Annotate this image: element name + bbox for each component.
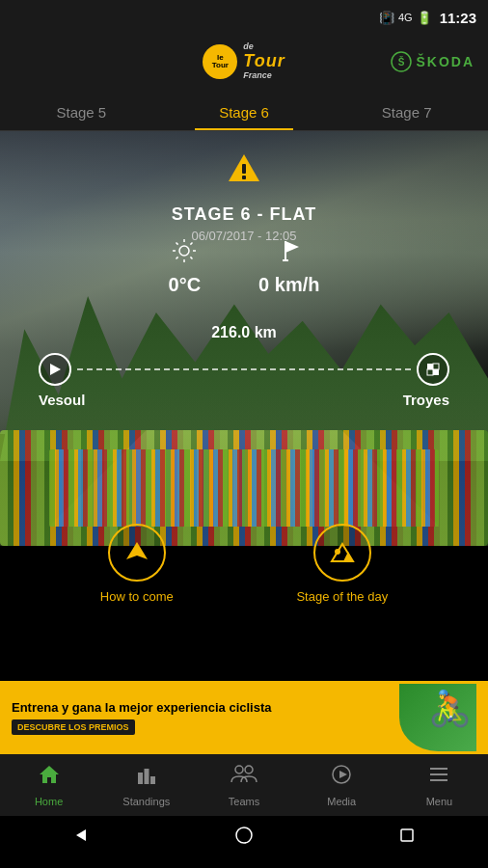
svg-point-25: [335, 549, 340, 555]
skoda-sponsor: Š ŠKODA: [391, 51, 474, 72]
stage-type-icon: [0, 150, 488, 197]
city-labels: Vesoul Troyes: [39, 392, 449, 408]
ad-image: 🚴: [322, 684, 476, 751]
teams-nav-icon: [230, 763, 258, 792]
action-buttons: How to come Stage of the day: [0, 524, 488, 604]
tdf-circle: leTour: [203, 44, 237, 79]
ad-cyclist-icon: 🚴: [428, 689, 472, 729]
stage-title: STAGE 6 - FLAT: [0, 204, 488, 225]
flat-stage-icon: [225, 150, 263, 189]
menu-nav-label: Menu: [426, 796, 453, 807]
recents-icon: [397, 826, 417, 845]
end-city: Troyes: [403, 392, 449, 408]
home-button[interactable]: [230, 822, 258, 849]
nav-home[interactable]: Home: [0, 754, 97, 816]
svg-marker-37: [76, 829, 86, 841]
nav-menu[interactable]: Menu: [391, 754, 488, 816]
status-time: 11:23: [440, 10, 476, 26]
menu-icon: [427, 763, 450, 786]
mountain-icon: [328, 538, 357, 567]
svg-rect-19: [433, 369, 439, 375]
distance-value: 216.0 km: [0, 324, 488, 341]
svg-rect-27: [138, 773, 143, 784]
tdf-text: de Tour France: [243, 42, 285, 81]
wind-flag-icon: [276, 237, 303, 264]
teams-nav-label: Teams: [229, 796, 259, 807]
media-nav-icon: [330, 763, 353, 792]
cyclist-colors-2: [49, 449, 440, 527]
svg-point-30: [235, 766, 243, 773]
svg-marker-24: [343, 552, 353, 561]
how-to-come-label: How to come: [100, 589, 174, 604]
tab-stage6[interactable]: Stage 6: [163, 104, 326, 130]
route-line: [39, 353, 449, 386]
battery-icon: 🔋: [417, 11, 432, 25]
svg-marker-26: [40, 766, 59, 783]
stage-of-day-button[interactable]: Stage of the day: [296, 524, 388, 604]
svg-rect-39: [401, 829, 413, 841]
ad-cta-button[interactable]: DESCUBRE LOS PREMIOS: [12, 719, 135, 735]
play-icon: [46, 361, 64, 378]
nav-standings[interactable]: Standings: [97, 754, 195, 816]
route-dashed-line: [77, 368, 411, 370]
back-icon: [71, 826, 91, 845]
status-bar: 📳 4G 🔋 11:23: [0, 0, 488, 35]
svg-line-13: [176, 257, 178, 258]
stage-tabs: Stage 5 Stage 6 Stage 7: [0, 89, 488, 131]
svg-rect-20: [433, 364, 439, 369]
svg-rect-3: [242, 164, 246, 174]
ad-title: Entrena y gana la mejor experiencia cicl…: [12, 700, 312, 717]
sun-icon: [171, 237, 198, 270]
start-city: Vesoul: [39, 392, 85, 408]
home-nav-icon: [38, 763, 61, 792]
svg-marker-33: [339, 771, 347, 778]
media-icon: [330, 763, 353, 786]
menu-nav-icon: [427, 763, 450, 792]
stage-of-day-circle: [313, 524, 371, 582]
main-content: STAGE 6 - FLAT 06/07/2017 - 12:05 0°C: [0, 131, 488, 681]
standings-nav-icon: [135, 763, 158, 792]
wind-item: 0 km/h: [258, 237, 319, 296]
ad-banner[interactable]: Entrena y gana la mejor experiencia cicl…: [0, 681, 488, 754]
android-home-icon: [234, 826, 254, 845]
tab-stage5[interactable]: Stage 5: [0, 104, 163, 130]
svg-point-31: [245, 766, 253, 773]
route-end-icon: [417, 353, 449, 386]
weather-row: 0°C 0 km/h: [0, 237, 488, 296]
wind-value: 0 km/h: [258, 274, 319, 296]
how-to-come-button[interactable]: How to come: [100, 524, 174, 604]
svg-marker-15: [285, 241, 299, 253]
temperature-item: 0°C: [169, 237, 202, 296]
tab-stage7[interactable]: Stage 7: [325, 104, 488, 130]
svg-text:Š: Š: [398, 56, 405, 68]
back-button[interactable]: [68, 822, 95, 849]
svg-rect-28: [144, 769, 149, 784]
svg-rect-18: [427, 364, 433, 369]
nav-teams[interactable]: Teams: [195, 754, 292, 816]
svg-rect-29: [150, 776, 155, 784]
svg-point-38: [236, 827, 252, 843]
svg-rect-4: [242, 176, 246, 179]
android-nav-bar: [0, 816, 488, 854]
nav-media[interactable]: Media: [293, 754, 391, 816]
status-icons: 📳 4G 🔋 11:23: [379, 10, 476, 26]
svg-line-10: [176, 243, 178, 245]
tdf-logo: leTour de Tour France: [203, 42, 285, 81]
temperature-icon: [171, 237, 198, 264]
bottom-navigation: Home Standings Teams: [0, 754, 488, 816]
svg-marker-17: [50, 364, 61, 375]
distance-info: 216.0 km: [0, 324, 488, 341]
svg-line-11: [191, 257, 193, 258]
recents-button[interactable]: [393, 822, 420, 849]
svg-rect-21: [427, 369, 433, 375]
skoda-text: ŠKODA: [416, 54, 474, 69]
stage-of-day-label: Stage of the day: [296, 589, 388, 604]
wind-icon: [276, 237, 303, 270]
how-to-come-circle: [108, 524, 166, 582]
app-header: leTour de Tour France Š ŠKODA: [0, 35, 488, 89]
stage-info: STAGE 6 - FLAT 06/07/2017 - 12:05: [0, 131, 488, 253]
standings-nav-label: Standings: [122, 796, 170, 807]
teams-icon: [230, 763, 258, 786]
home-nav-label: Home: [35, 796, 63, 807]
navigation-icon: [122, 538, 151, 567]
